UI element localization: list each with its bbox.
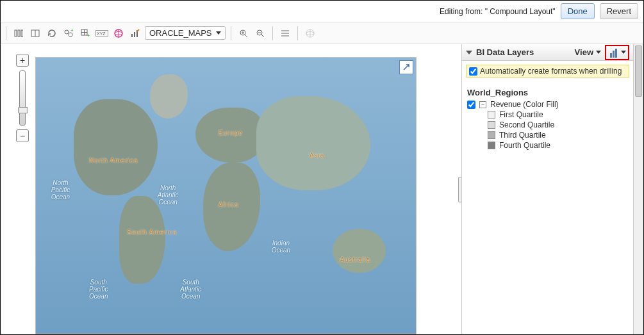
svg-line-25 [261, 35, 264, 37]
region-label: Australia [340, 256, 370, 263]
map-toolbar: + + XYZ ORACLE_MAPS [1, 22, 643, 44]
toolbar-separator [231, 26, 231, 40]
chevron-down-icon [621, 51, 626, 54]
svg-rect-0 [15, 30, 17, 37]
legend-items: First Quartile Second Quartile Third Qua… [488, 110, 628, 150]
chart-edit-icon[interactable] [128, 26, 142, 40]
legend-swatch [488, 131, 495, 139]
revert-button[interactable]: Revert [600, 3, 638, 19]
legend-item-label: Fourth Quartile [499, 141, 550, 150]
legend-swatch [488, 142, 495, 149]
region-label: North America [89, 157, 138, 164]
auto-format-label: Automatically create formats when drilli… [480, 67, 622, 76]
disclosure-icon[interactable] [466, 51, 472, 54]
new-format-menu[interactable] [605, 45, 629, 60]
chevron-down-icon [216, 31, 221, 35]
panel-title: BI Data Layers [476, 47, 534, 57]
legend-item: Fourth Quartile [488, 141, 628, 150]
panel-header: BI Data Layers View [462, 44, 633, 61]
zoom-controls: + − [16, 54, 29, 142]
svg-rect-2 [21, 30, 23, 37]
globe-disabled-icon [303, 26, 317, 40]
link-add-icon[interactable]: + [62, 26, 76, 40]
box-tool-icon[interactable] [28, 26, 42, 40]
legend-item-label: Third Quartile [499, 131, 546, 140]
scrollbar-thumb[interactable] [635, 45, 642, 97]
ocean-label: South Pacific Ocean [89, 279, 108, 300]
landmass [256, 96, 370, 190]
legend-item: First Quartile [488, 110, 628, 119]
map-frame: + − North America South America Europe [10, 57, 417, 334]
legend-item-label: Second Quartile [499, 120, 554, 129]
landmass [333, 229, 386, 273]
svg-rect-18 [134, 32, 135, 37]
list-icon[interactable] [278, 26, 292, 40]
basemap-select[interactable]: ORACLE_MAPS [145, 26, 226, 40]
bar-chart-icon [608, 47, 618, 58]
legend-item-label: First Quartile [499, 110, 543, 119]
ocean-label: North Pacific Ocean [51, 179, 70, 200]
region-label: Africa [219, 201, 239, 208]
done-button[interactable]: Done [561, 3, 595, 19]
legend-swatch [488, 121, 495, 129]
auto-format-checkbox[interactable] [469, 67, 477, 76]
legend-visibility-checkbox[interactable] [467, 101, 475, 109]
svg-point-5 [65, 30, 69, 34]
legend-item: Second Quartile [488, 120, 628, 129]
ocean-label: North Atlantic Ocean [158, 184, 179, 206]
landmass [150, 74, 188, 118]
zoom-plus-button[interactable]: + [16, 54, 29, 67]
legend-item: Third Quartile [488, 131, 628, 140]
svg-line-21 [245, 35, 247, 37]
legend-swatch [488, 111, 495, 118]
chevron-down-icon [596, 51, 601, 54]
auto-format-row: Automatically create formats when drilli… [466, 65, 629, 78]
region-label: South America [127, 229, 177, 236]
toolbar-separator [297, 26, 298, 40]
svg-text:+: + [87, 33, 90, 38]
editing-from-label: Editing from: " Compound Layout" [440, 7, 556, 16]
landmass [119, 196, 165, 284]
collapse-toggle[interactable]: − [479, 101, 486, 108]
ocean-label: South Atlantic Ocean [180, 279, 201, 300]
legend-header-row: − Revenue (Color Fill) [467, 100, 628, 109]
svg-text:XYZ: XYZ [97, 31, 106, 36]
panel-splitter[interactable] [458, 177, 461, 202]
xyz-label-icon[interactable]: XYZ [95, 26, 109, 40]
view-menu[interactable]: View [575, 47, 601, 57]
columns-tool-icon[interactable] [12, 26, 26, 40]
layer-name: World_Regions [467, 88, 628, 97]
editor-header: Editing from: " Compound Layout" Done Re… [1, 1, 643, 22]
legend-title: Revenue (Color Fill) [490, 100, 559, 109]
map-column: + − North America South America Europe [1, 44, 461, 334]
map-popout-button[interactable] [399, 60, 413, 74]
view-menu-label: View [575, 47, 593, 57]
zoom-out-icon[interactable] [253, 26, 267, 40]
layers-panel: BI Data Layers View Automatically create… [461, 44, 633, 334]
region-label: Europe [219, 129, 243, 136]
svg-rect-1 [18, 30, 20, 37]
panel-body: World_Regions − Revenue (Color Fill) Fir… [462, 81, 633, 152]
page-scrollbar[interactable] [633, 44, 643, 334]
zoom-slider[interactable] [19, 70, 26, 126]
basemap-select-label: ORACLE_MAPS [149, 28, 212, 38]
zoom-minus-button[interactable]: − [16, 129, 29, 142]
svg-rect-17 [131, 34, 133, 37]
svg-text:+: + [70, 29, 73, 33]
ocean-label: Indian Ocean [272, 240, 290, 254]
toolbar-separator [272, 26, 273, 40]
globe-icon[interactable] [111, 26, 126, 40]
world-map-canvas[interactable]: North America South America Europe Afric… [35, 57, 417, 334]
zoom-in-icon[interactable] [236, 26, 251, 40]
region-label: Asia [310, 152, 324, 159]
grid-add-icon[interactable]: + [78, 26, 92, 40]
landmass [74, 99, 157, 196]
refresh-icon[interactable] [45, 26, 59, 40]
toolbar-separator [6, 26, 6, 40]
